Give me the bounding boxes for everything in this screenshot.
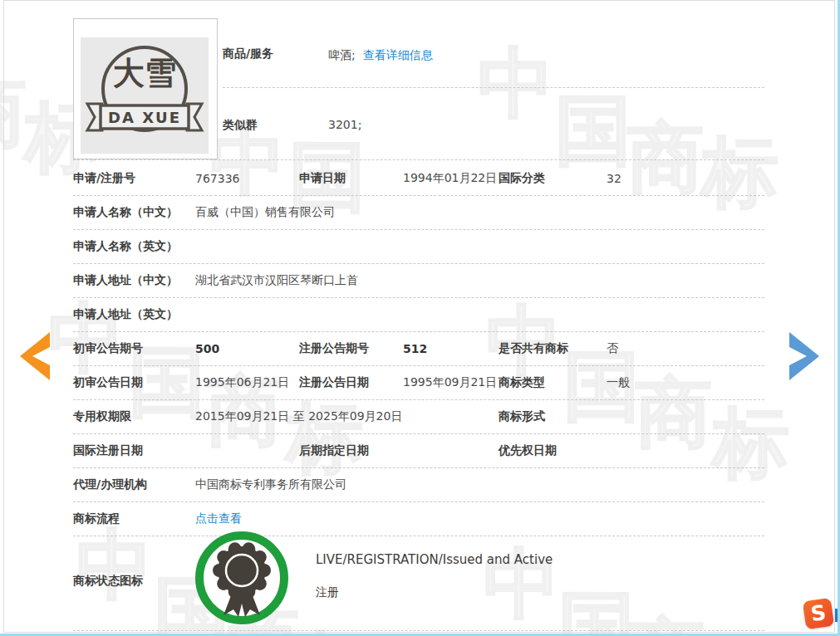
field-label-similar-group: 类似群	[223, 118, 258, 133]
view-details-link[interactable]: 查看详细信息	[363, 48, 433, 61]
field-label: 商标流程	[73, 511, 120, 526]
trademark-detail-page: 中国商标中国商标中国商标中国商标中国商标中国商标 大雪 DA XUE 商品/服务…	[0, 0, 840, 636]
trademark-fields-table: 申请/注册号767336申请日期1994年01月22日国际分类32申请人名称（中…	[73, 162, 764, 536]
status-text-cn: 注册	[316, 585, 339, 600]
table-row: 申请人名称（中文）百威（中国）销售有限公司	[73, 196, 764, 230]
trademark-logo-image: 大雪 DA XUE	[81, 37, 209, 154]
field-label: 代理/办理机构	[73, 477, 147, 492]
divider	[223, 87, 764, 88]
trademark-image[interactable]: 大雪 DA XUE	[73, 18, 218, 159]
table-row: 国际注册日期后期指定日期优先权日期	[73, 434, 764, 468]
status-text-en: LIVE/REGISTRATION/Issued and Active	[316, 552, 553, 567]
click-to-view-link[interactable]: 点击查看	[195, 511, 242, 526]
field-label: 申请人名称（英文）	[73, 239, 178, 254]
field-label: 申请人地址（英文）	[73, 307, 178, 322]
field-label: 国际注册日期	[73, 443, 143, 458]
table-row: 代理/办理机构中国商标专利事务所有限公司	[73, 468, 764, 502]
field-label: 申请/注册号	[73, 171, 135, 186]
field-label: 商标类型	[499, 375, 545, 390]
next-page-button[interactable]	[789, 332, 819, 384]
status-label: 商标状态图标	[73, 574, 143, 589]
field-label: 初审公告期号	[73, 341, 143, 356]
table-row: 专用权期限2015年09月21日 至 2025年09月20日商标形式	[73, 400, 764, 434]
field-value: 1994年01月22日	[403, 171, 497, 186]
table-row: 初审公告日期1995年06月21日注册公告日期1995年09月21日商标类型一般	[73, 366, 764, 400]
trademark-cn-text: 大雪	[113, 55, 176, 91]
field-value-goods: 啤酒;	[328, 48, 356, 61]
field-label: 专用权期限	[73, 409, 131, 424]
field-label: 注册公告日期	[299, 375, 369, 390]
field-label: 申请人名称（中文）	[73, 205, 178, 220]
table-row: 申请人地址（英文）	[73, 298, 764, 332]
field-label-goods: 商品/服务	[223, 46, 273, 61]
field-label: 商标形式	[499, 409, 545, 424]
field-label: 申请日期	[299, 171, 346, 186]
field-value: 1995年09月21日	[403, 375, 497, 390]
field-value: 一般	[607, 375, 630, 390]
divider	[73, 159, 764, 160]
prev-page-button[interactable]	[20, 332, 50, 384]
field-value: 中国商标专利事务所有限公司	[195, 477, 346, 492]
registration-medal-icon	[194, 531, 290, 629]
trademark-latin-text: DA XUE	[108, 109, 181, 126]
field-value: 1995年06月21日	[195, 375, 289, 390]
table-row: 申请人地址（中文）湖北省武汉市汉阳区琴断口上首	[73, 264, 764, 298]
field-value-similar-group: 3201;	[328, 118, 361, 131]
table-row: 初审公告期号500注册公告期号512是否共有商标否	[73, 332, 764, 366]
field-value: 767336	[195, 172, 239, 185]
field-label: 初审公告日期	[73, 375, 143, 390]
table-row: 申请/注册号767336申请日期1994年01月22日国际分类32	[73, 162, 764, 196]
field-value: 2015年09月21日 至 2025年09月20日	[195, 409, 402, 424]
field-value: 湖北省武汉市汉阳区琴断口上首	[195, 273, 358, 288]
field-value: 500	[195, 342, 219, 355]
field-value: 512	[403, 342, 427, 355]
sogou-logo-icon[interactable]: S	[803, 598, 834, 629]
status-row: 商标状态图标 LIVE/RE	[73, 527, 764, 631]
field-label: 后期指定日期	[299, 443, 369, 458]
table-row: 申请人名称（英文）	[73, 230, 764, 264]
field-label: 申请人地址（中文）	[73, 273, 178, 288]
field-value: 百威（中国）销售有限公司	[195, 205, 335, 220]
field-label: 是否共有商标	[499, 341, 568, 356]
field-label: 国际分类	[499, 171, 545, 186]
chevron-right-icon	[789, 332, 819, 380]
field-value: 32	[607, 172, 621, 185]
field-label: 注册公告期号	[299, 341, 369, 356]
field-label: 优先权日期	[499, 443, 557, 458]
chevron-left-icon	[20, 332, 50, 380]
field-value: 否	[607, 341, 618, 356]
